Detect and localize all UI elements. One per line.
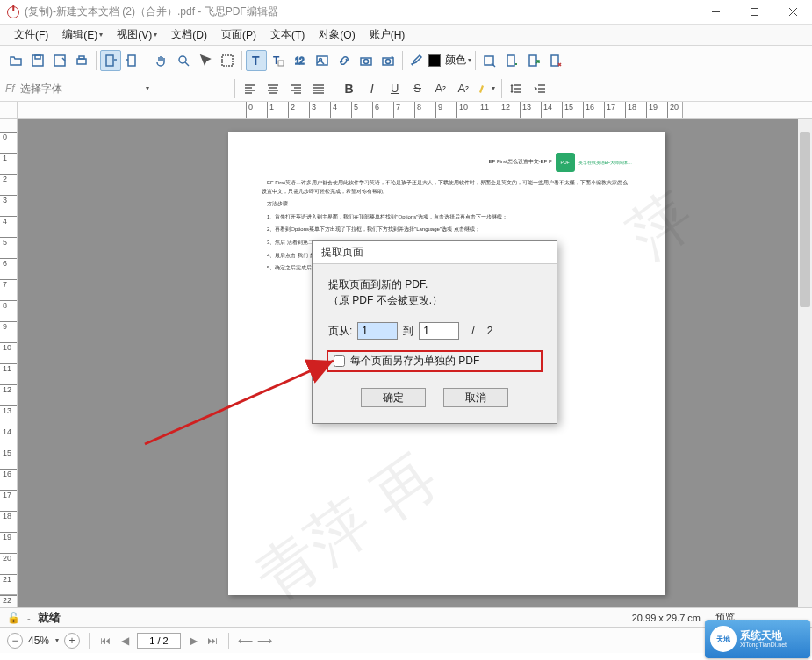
next-page-button[interactable]: ▶ (186, 634, 200, 648)
menu-bar: 文件(F) 编辑(E)▾ 视图(V)▾ 文档(D) 页面(P) 文本(T) 对象… (0, 25, 812, 46)
extract-pages-dialog: 提取页面 提取页面到新的 PDF. （原 PDF 不会被更改.） 页从: 到 /… (312, 240, 557, 424)
italic-button[interactable]: I (362, 78, 383, 99)
image-tool[interactable] (312, 50, 333, 71)
arrow-tool[interactable] (195, 50, 216, 71)
svg-point-11 (179, 56, 186, 63)
strike-button[interactable]: S (407, 78, 428, 99)
scrollbar-thumb[interactable] (800, 132, 810, 307)
dialog-title: 提取页面 (313, 241, 557, 264)
menu-page[interactable]: 页面(P) (214, 25, 263, 45)
svg-rect-7 (77, 59, 86, 64)
cancel-button[interactable]: 取消 (443, 388, 508, 407)
highlight-button[interactable]: ▾ (476, 78, 497, 99)
font-family-select[interactable] (20, 80, 143, 97)
redact-tool[interactable] (479, 50, 500, 71)
save-as-button[interactable] (49, 50, 70, 71)
close-button[interactable] (773, 0, 812, 24)
svg-rect-4 (32, 55, 43, 66)
svg-rect-5 (35, 55, 40, 59)
separate-pdf-row: 每个页面另存为单独的 PDF (327, 350, 543, 372)
import-page-tool[interactable] (523, 50, 544, 71)
pdf-badge-icon: PDF (556, 153, 575, 172)
maximize-button[interactable] (735, 0, 773, 24)
lock-icon: 🔓 (7, 612, 20, 624)
underline-button[interactable]: U (384, 78, 406, 99)
status-bar: 🔓 - 就绪 20.99 x 29.7 cm 预览 (0, 607, 812, 627)
open-button[interactable] (5, 50, 26, 71)
prev-page-button[interactable]: ◀ (118, 634, 132, 648)
canvas[interactable]: 萍 青萍 再 EF First怎么设置中文-EF F PDF 英孚在线英语EF大… (18, 119, 812, 607)
text-box-tool[interactable]: T (268, 50, 289, 71)
main-toolbar: T T 12 颜色 ▾ (0, 46, 812, 75)
ok-button[interactable]: 确定 (361, 388, 426, 407)
align-left-button[interactable] (240, 78, 261, 99)
indent-button[interactable] (529, 78, 550, 99)
zoom-out-button[interactable]: − (7, 633, 23, 649)
svg-text:T: T (252, 54, 260, 68)
horizontal-ruler: 01234567891011121314151617181920 (0, 102, 812, 119)
bold-button[interactable]: B (339, 78, 360, 99)
nav-back-button[interactable]: ⟵ (238, 634, 252, 648)
status-ready: 就绪 (38, 610, 61, 626)
color-dropdown-icon[interactable]: ▾ (468, 56, 471, 64)
brush-tool[interactable] (406, 50, 428, 71)
line-spacing-button[interactable] (507, 78, 528, 99)
svg-rect-6 (54, 55, 65, 66)
menu-account[interactable]: 账户(H) (363, 25, 413, 45)
menu-text[interactable]: 文本(T) (263, 25, 312, 45)
menu-edit[interactable]: 编辑(E)▾ (55, 25, 110, 45)
menu-file[interactable]: 文件(F) (7, 25, 55, 45)
vertical-scrollbar[interactable] (798, 119, 812, 607)
color-label: 颜色 (445, 53, 466, 68)
text-tool[interactable]: T (246, 50, 267, 71)
zoom-level: 45% (28, 635, 49, 647)
print-button[interactable] (71, 50, 92, 71)
separate-pdf-checkbox[interactable] (334, 355, 345, 367)
superscript-button[interactable]: A2 (430, 78, 451, 99)
page-range-row: 页从: 到 / 2 (328, 322, 541, 340)
save-button[interactable] (27, 50, 48, 71)
align-center-button[interactable] (262, 78, 284, 99)
minimize-button[interactable] (696, 0, 735, 24)
total-pages: 2 (487, 325, 493, 337)
color-swatch[interactable] (428, 54, 441, 67)
nav-fwd-button[interactable]: ⟶ (257, 634, 271, 648)
zoom-in-button[interactable]: + (64, 633, 80, 649)
svg-rect-8 (79, 56, 84, 59)
from-label: 页从: (328, 324, 352, 339)
zoom-tool[interactable] (173, 50, 194, 71)
vertical-text-tool[interactable]: 12 (290, 50, 311, 71)
bottom-bar: − 45% ▾ + ⏮ ◀ ▶ ⏭ ⟵ ⟶ (0, 627, 812, 653)
from-page-input[interactable] (357, 322, 398, 340)
align-justify-button[interactable] (308, 78, 329, 99)
camera-tool[interactable] (356, 50, 377, 71)
format-toolbar: Ff ▾ B I U S A2 A2 ▾ (0, 75, 812, 102)
last-page-button[interactable]: ⏭ (205, 634, 219, 648)
first-page-button[interactable]: ⏮ (98, 634, 112, 648)
page-number-input[interactable] (137, 633, 181, 649)
zoom-dropdown-icon[interactable]: ▾ (55, 636, 59, 644)
link-tool[interactable] (334, 50, 355, 71)
menu-object[interactable]: 对象(O) (312, 25, 362, 45)
hand-tool[interactable] (151, 50, 172, 71)
align-right-button[interactable] (285, 78, 306, 99)
svg-rect-10 (128, 55, 135, 66)
page-tool[interactable] (122, 50, 143, 71)
svg-rect-26 (529, 55, 536, 66)
menu-view[interactable]: 视图(V)▾ (110, 25, 164, 45)
svg-point-21 (364, 59, 369, 63)
to-page-input[interactable] (419, 322, 459, 340)
window-title: (复制)-新建文本文档 (2)（合并）.pdf - 飞思PDF编辑器 (25, 4, 696, 19)
title-bar: (复制)-新建文本文档 (2)（合并）.pdf - 飞思PDF编辑器 (0, 0, 812, 25)
marquee-tool[interactable] (217, 50, 238, 71)
add-page-tool[interactable] (501, 50, 522, 71)
to-label: 到 (403, 324, 413, 339)
separate-pdf-label: 每个页面另存为单独的 PDF (350, 354, 479, 369)
subscript-button[interactable]: A2 (453, 78, 474, 99)
delete-page-tool[interactable] (545, 50, 566, 71)
vertical-ruler: 012345678910111213141516171819202122 (0, 119, 18, 607)
watermark-icon: 青萍 再 (241, 436, 453, 607)
select-tool[interactable] (100, 50, 121, 71)
menu-document[interactable]: 文档(D) (164, 25, 214, 45)
stamp-tool[interactable] (377, 50, 399, 71)
